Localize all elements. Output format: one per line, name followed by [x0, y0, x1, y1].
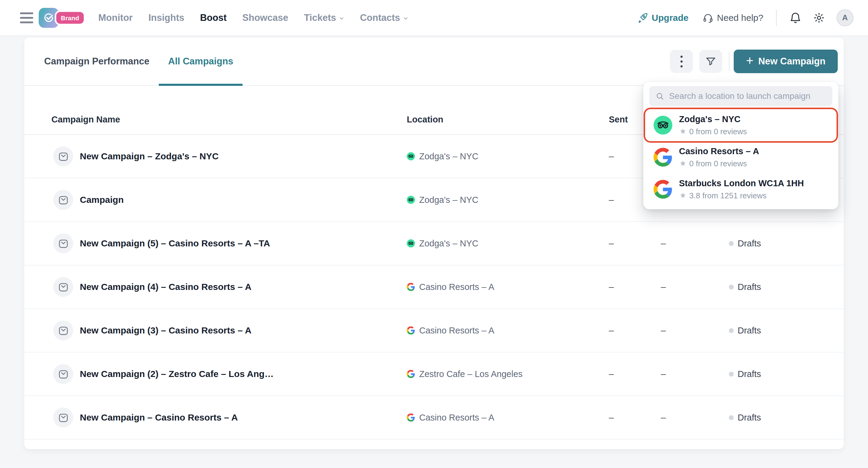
campaign-location: Zodga's – NYC: [407, 195, 478, 205]
location-result-item[interactable]: Casino Resorts – A 0 from 0 reviews: [645, 141, 837, 173]
sent-value: –: [609, 151, 614, 161]
notifications-bell-icon[interactable]: [789, 12, 802, 24]
location-label: Casino Resorts – A: [419, 413, 494, 423]
delivered-value: –: [661, 369, 666, 379]
nav-item[interactable]: Monitor: [98, 12, 133, 23]
sent-value: –: [609, 412, 614, 423]
location-label: Zodga's – NYC: [419, 239, 478, 249]
location-label: Zestro Cafe – Los Angeles: [419, 369, 523, 379]
location-result-text: Casino Resorts – A 0 from 0 reviews: [679, 146, 759, 168]
envelope-icon: [58, 412, 69, 423]
nav-item-label: Tickets: [304, 12, 336, 23]
tab-all-campaigns[interactable]: All Campaigns: [159, 37, 243, 85]
delivered-value: –: [661, 282, 666, 292]
location-result-item[interactable]: Zodga's – NYC 0 from 0 reviews: [645, 109, 837, 141]
need-help-link[interactable]: Need help?: [703, 12, 763, 23]
filter-button[interactable]: [699, 50, 722, 73]
campaign-badge: [53, 320, 73, 340]
rating-label: 0 from 0 reviews: [689, 159, 747, 168]
campaign-location: Zodga's – NYC: [407, 152, 478, 161]
tripadvisor-icon: [654, 116, 672, 134]
table-row[interactable]: New Campaign (3) – Casino Resorts – A Ca…: [24, 309, 844, 352]
tab-campaign-performance[interactable]: Campaign Performance: [35, 37, 159, 85]
campaign-name: New Campaign (5) – Casino Resorts – A –T…: [80, 238, 270, 249]
rating-label: 0 from 0 reviews: [689, 127, 747, 136]
location-search-input[interactable]: [669, 91, 826, 101]
nav-item[interactable]: Boost: [200, 12, 226, 23]
table-row[interactable]: New Campaign – Casino Resorts – A Casino…: [24, 396, 844, 440]
settings-gear-icon[interactable]: [813, 12, 825, 24]
status-badge: Drafts: [729, 239, 761, 249]
app-root: Brand Monitor Insights Boost Showcase Ti…: [0, 0, 868, 468]
upgrade-label: Upgrade: [652, 13, 689, 23]
delivered-value: –: [661, 325, 666, 336]
rating-label: 3.8 from 1251 reviews: [689, 191, 767, 200]
campaign-location: Zestro Cafe – Los Angeles: [407, 369, 523, 379]
location-result-title: Casino Resorts – A: [679, 146, 759, 156]
envelope-icon: [58, 238, 69, 249]
star-icon: [679, 160, 687, 167]
nav-item[interactable]: Showcase: [242, 12, 288, 23]
nav-item-label: Insights: [149, 12, 185, 23]
campaign-badge: [53, 190, 73, 210]
nav-item[interactable]: Tickets: [304, 12, 344, 23]
plus-icon: +: [746, 55, 754, 67]
need-help-label: Need help?: [717, 13, 763, 23]
status-dot-icon: [729, 415, 734, 420]
location-result-rating: 0 from 0 reviews: [679, 159, 759, 168]
table-row[interactable]: New Campaign (5) – Casino Resorts – A –T…: [24, 222, 844, 266]
avatar[interactable]: A: [837, 9, 854, 26]
nav-item[interactable]: Contacts: [360, 12, 408, 23]
campaign-badge: [53, 146, 73, 166]
tripadvisor-icon: [407, 152, 415, 160]
google-icon: [407, 413, 415, 422]
campaign-name: New Campaign – Zodga's – NYC: [80, 151, 219, 161]
main-nav: Monitor Insights Boost Showcase Tickets …: [98, 12, 408, 23]
rocket-icon: [637, 12, 648, 23]
google-icon: [407, 283, 415, 291]
status-label: Drafts: [738, 325, 761, 336]
nav-item[interactable]: Insights: [149, 12, 185, 23]
kebab-menu-icon: [681, 56, 683, 67]
column-header-sent: Sent: [609, 115, 628, 125]
campaign-name: New Campaign (2) – Zestro Cafe – Los Ang…: [80, 369, 274, 379]
avatar-initial: A: [842, 13, 848, 22]
status-badge: Drafts: [729, 369, 761, 379]
campaign-name: New Campaign – Casino Resorts – A: [80, 412, 238, 423]
status-badge: Drafts: [729, 413, 761, 423]
google-icon: [654, 148, 672, 166]
campaign-name: Campaign: [80, 195, 124, 205]
location-results-list: Zodga's – NYC 0 from 0 reviews: [645, 109, 837, 205]
sent-value: –: [609, 195, 614, 205]
new-campaign-button[interactable]: + New Campaign: [734, 50, 838, 73]
campaign-location: Casino Resorts – A: [407, 413, 494, 423]
actions-divider: [729, 52, 730, 71]
brand-logo: Brand: [39, 8, 83, 28]
location-result-item[interactable]: Starbucks London WC1A 1HH 3.8 from 1251 …: [645, 173, 837, 205]
location-result-text: Zodga's – NYC 0 from 0 reviews: [679, 114, 747, 136]
location-search-box: [649, 86, 832, 106]
sent-value: –: [609, 238, 614, 249]
delivered-value: –: [661, 238, 666, 249]
delivered-value: –: [661, 412, 666, 423]
table-row[interactable]: New Campaign (4) – Casino Resorts – A Ca…: [24, 266, 844, 309]
upgrade-link[interactable]: Upgrade: [637, 12, 689, 23]
envelope-icon: [58, 369, 69, 380]
status-badge: Drafts: [729, 282, 761, 292]
nav-item-label: Boost: [200, 12, 226, 23]
campaign-name: New Campaign (4) – Casino Resorts – A: [80, 282, 251, 292]
sent-value: –: [609, 369, 614, 379]
filter-icon: [705, 55, 717, 67]
hamburger-menu-icon[interactable]: [20, 12, 33, 23]
app-logo-icon[interactable]: [39, 8, 59, 28]
campaign-location: Casino Resorts – A: [407, 325, 494, 336]
sent-value: –: [609, 282, 614, 292]
campaign-badge: [53, 408, 73, 428]
topbar-right-cluster: Upgrade Need help?: [637, 9, 854, 26]
headset-icon: [703, 12, 713, 23]
campaign-location: Zodga's – NYC: [407, 239, 478, 249]
more-options-button[interactable]: [670, 50, 693, 73]
table-row[interactable]: New Campaign (2) – Zestro Cafe – Los Ang…: [24, 352, 844, 396]
campaign-badge: [53, 277, 73, 297]
brand-badge: Brand: [56, 12, 84, 24]
